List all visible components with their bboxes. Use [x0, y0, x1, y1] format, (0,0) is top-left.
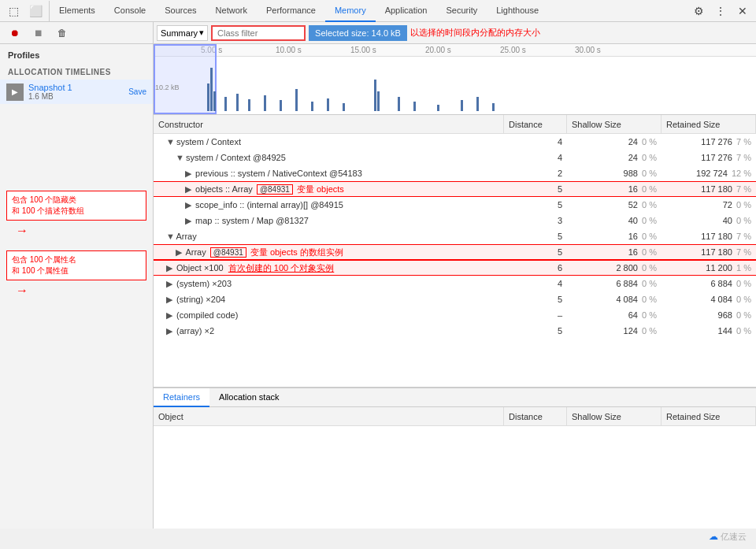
tab-sources[interactable]: Sources — [155, 0, 206, 22]
cell-distance: 4 — [504, 153, 567, 162]
bottom-content — [154, 426, 756, 529]
bar-6 — [248, 99, 250, 111]
snapshot-save-link[interactable]: Save — [128, 87, 146, 96]
bar-2 — [210, 68, 213, 111]
class-filter-input[interactable] — [211, 25, 306, 41]
bar-12 — [343, 103, 345, 111]
cell-shallow: 16 0 % — [567, 247, 662, 257]
cell-name: ▼ system / Context — [154, 137, 504, 147]
cell-shallow: 24 0 % — [567, 137, 662, 147]
cell-distance: 5 — [504, 326, 567, 336]
bar-15 — [398, 97, 400, 111]
cell-retained: 4 084 0 % — [662, 295, 756, 304]
table-row-highlighted[interactable]: ▶ objects :: Array @84931 变量 objects 5 1… — [154, 181, 756, 197]
bar-14 — [377, 91, 380, 111]
cell-shallow: 988 0 % — [567, 169, 662, 178]
bottom-tab-alloc-stack[interactable]: Allocation stack — [209, 388, 288, 407]
badge-id: @84931 — [210, 247, 246, 258]
timeline-bars — [154, 44, 756, 114]
bar-20 — [492, 103, 495, 111]
more-icon[interactable]: ⋮ — [710, 1, 731, 21]
bottom-col-object: Object — [154, 407, 504, 425]
cell-retained: 11 200 1 % — [662, 263, 756, 273]
cell-distance: 5 — [504, 232, 567, 241]
cell-distance: 6 — [504, 263, 567, 273]
cell-name: ▶ (system) ×203 — [154, 279, 504, 289]
bar-1 — [207, 83, 209, 111]
table-row[interactable]: ▶ map :: system / Map @81327 3 40 0 % 40… — [154, 213, 756, 228]
tabs-row: Elements Console Sources Network Perform… — [50, 0, 685, 22]
tab-lighthouse[interactable]: Lighthouse — [487, 0, 548, 22]
tab-performance[interactable]: Performance — [257, 0, 325, 22]
bottom-col-retained: Retained Size — [662, 407, 756, 425]
bar-16 — [413, 102, 416, 111]
table-row[interactable]: ▶ (compiled code) – 64 0 % 968 0 % — [154, 307, 756, 323]
cell-distance: 5 — [504, 295, 567, 304]
cell-retained: 117 180 7 % — [662, 184, 756, 194]
cell-shallow: 40 0 % — [567, 216, 662, 225]
bottom-col-distance: Distance — [504, 407, 567, 425]
cell-distance: 4 — [504, 279, 567, 288]
table-headers: Constructor Distance Shallow Size Retain… — [154, 115, 756, 134]
right-panel: Summary ▾ Selected size: 14.0 kB 以选择的时间段… — [154, 22, 756, 529]
cell-retained: 40 0 % — [662, 216, 756, 225]
col-retained: Retained Size — [662, 115, 756, 133]
tab-network[interactable]: Network — [206, 0, 257, 22]
table-row[interactable]: ▶ (system) ×203 4 6 884 0 % 6 884 0 % — [154, 276, 756, 291]
devtools-right-icons: ⚙ ⋮ ✕ — [685, 1, 756, 21]
cell-shallow: 2 800 0 % — [567, 263, 662, 273]
bar-13 — [374, 80, 376, 111]
cell-shallow: 4 084 0 % — [567, 295, 662, 304]
tab-security[interactable]: Security — [436, 0, 487, 22]
cell-shallow: 124 0 % — [567, 326, 662, 336]
main-layout: ⏺ ⏹ 🗑 Profiles ALLOCATION TIMELINES ▶ Sn… — [0, 22, 756, 529]
inspect-icon[interactable]: ⬚ — [3, 1, 24, 21]
cell-retained: 192 724 12 % — [662, 169, 756, 178]
bottom-table-headers: Object Distance Shallow Size Retained Si… — [154, 407, 756, 426]
table-row[interactable]: ▼ Array 5 16 0 % 117 180 7 % — [154, 228, 756, 244]
table-row[interactable]: ▶ scope_info :: (internal array)[] @8491… — [154, 197, 756, 213]
table-row[interactable]: ▶ (array) ×2 5 124 0 % 144 0 % — [154, 323, 756, 339]
tab-memory[interactable]: Memory — [325, 0, 376, 22]
cell-distance: 2 — [504, 169, 567, 178]
annotation-box-1: 包含 100 个隐藏类 和 100 个描述符数组 — [6, 191, 146, 221]
snapshot-info: Snapshot 1 1.6 MB — [28, 83, 128, 101]
tab-application[interactable]: Application — [376, 0, 437, 22]
tab-console[interactable]: Console — [105, 0, 155, 22]
table-row-highlighted[interactable]: ▶ Object ×100 首次创建的 100 个对象实例 6 2 800 0 … — [154, 260, 756, 276]
snapshot-item[interactable]: ▶ Snapshot 1 1.6 MB Save — [0, 80, 153, 104]
table-row[interactable]: ▼ system / Context 4 24 0 % 117 276 7 % — [154, 134, 756, 150]
bottom-tab-retainers[interactable]: Retainers — [154, 388, 209, 407]
record-icon[interactable]: ⏺ — [5, 23, 25, 43]
table-row[interactable]: ▶ previous :: system / NativeContext @54… — [154, 165, 756, 181]
watermark: ☁ 亿速云 — [709, 531, 747, 543]
cell-name: ▶ (string) ×204 — [154, 295, 504, 305]
annotation-box-2: 包含 100 个属性名 和 100 个属性值 — [6, 250, 146, 280]
table-row-highlighted[interactable]: ▶ Array @84931 变量 objects 的数组实例 5 16 0 %… — [154, 244, 756, 260]
close-icon[interactable]: ✕ — [732, 1, 753, 21]
bar-17 — [437, 105, 439, 111]
cell-name: ▶ map :: system / Map @81327 — [154, 216, 504, 226]
settings-icon[interactable]: ⚙ — [688, 1, 709, 21]
summary-dropdown[interactable]: Summary ▾ — [157, 25, 208, 41]
cell-distance: 3 — [504, 216, 567, 225]
stop-icon[interactable]: ⏹ — [28, 23, 49, 43]
device-icon[interactable]: ⬜ — [25, 1, 46, 21]
table-row[interactable]: ▼ system / Context @84925 4 24 0 % 117 2… — [154, 150, 756, 165]
bar-10 — [311, 102, 313, 111]
summary-label: Summary — [161, 28, 198, 38]
col-distance: Distance — [504, 115, 567, 133]
tab-elements[interactable]: Elements — [50, 0, 105, 22]
cell-shallow: 52 0 % — [567, 200, 662, 210]
timeline-area[interactable]: 5.00 s 10.00 s 15.00 s 20.00 s 25.00 s 3… — [154, 44, 756, 115]
snapshot-size: 1.6 MB — [28, 92, 128, 101]
table-row[interactable]: ▶ (string) ×204 5 4 084 0 % 4 084 0 % — [154, 291, 756, 307]
left-panel: ⏺ ⏹ 🗑 Profiles ALLOCATION TIMELINES ▶ Sn… — [0, 22, 154, 529]
clear-icon[interactable]: 🗑 — [52, 23, 72, 43]
cell-distance: – — [504, 310, 567, 320]
cell-distance: 5 — [504, 184, 567, 194]
cell-retained: 144 0 % — [662, 326, 756, 336]
cell-shallow: 16 0 % — [567, 232, 662, 241]
snapshot-name: Snapshot 1 — [28, 83, 128, 92]
cell-name: ▶ objects :: Array @84931 变量 objects — [154, 184, 504, 195]
